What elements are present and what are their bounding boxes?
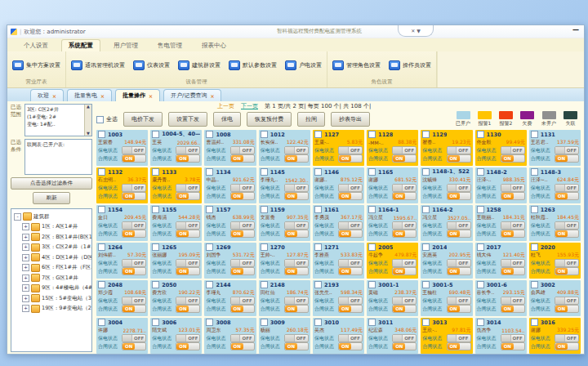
meter-checkbox[interactable] <box>206 319 213 326</box>
protect-toggle[interactable]: OFF <box>338 334 363 342</box>
meter-checkbox[interactable] <box>477 168 484 176</box>
switch-toggle[interactable]: ON <box>338 230 363 238</box>
pin-icon[interactable]: ✕ ▼ <box>411 28 421 33</box>
meter-card[interactable]: 1130 佟金毅 99.49元 保电状态 OFF 合闸状态 ON <box>475 130 527 166</box>
doc-tab[interactable]: 批量操作 × <box>115 89 160 101</box>
switch-toggle[interactable]: ON <box>501 305 525 313</box>
switch-toggle[interactable]: ON <box>338 192 363 200</box>
meter-card[interactable]: 3011 纪宏森 348.06元 保电状态 OFF 合闸状态 ON <box>367 318 418 354</box>
meter-card[interactable]: 1148-1、522 沈毓锋 330.41元 保电状态 OFF 合闸状态 ON <box>421 167 472 203</box>
meter-checkbox[interactable] <box>98 131 105 138</box>
tree-item[interactable]: + 3区：C区2#井（1#.. <box>22 243 91 253</box>
switch-toggle[interactable]: ON <box>447 305 471 313</box>
switch-toggle[interactable]: ON <box>501 154 525 163</box>
meter-card[interactable]: 3013 王欣-.. 97.81元 保电状态 OFF 合闸状态 ON <box>421 318 472 354</box>
meter-card[interactable]: 2005 牛起争 479.87元 保电状态 OFF 合闸状态 ON <box>367 243 418 279</box>
meter-card[interactable]: 3001-1 黄磁 238.37元 保电状态 OFF 合闸状态 ON <box>367 280 418 316</box>
protect-toggle[interactable]: OFF <box>230 297 255 305</box>
switch-toggle[interactable]: ON <box>555 230 579 238</box>
switch-toggle[interactable]: ON <box>501 342 525 350</box>
switch-toggle[interactable]: ON <box>284 192 309 200</box>
protect-toggle[interactable]: OFF <box>555 259 579 267</box>
meter-card[interactable]: 1164-1 冯立星 1595.67.. 保电状态 OFF 合闸状态 ON <box>367 205 418 241</box>
meter-card[interactable]: 2148 田红仙 186.74元 保电状态 OFF 合闸状态 ON <box>259 280 310 316</box>
protect-toggle[interactable]: OFF <box>501 334 525 342</box>
protect-toggle[interactable]: OFF <box>230 146 255 154</box>
protect-toggle[interactable]: OFF <box>501 221 525 230</box>
protect-toggle[interactable]: OFF <box>230 184 255 192</box>
meter-checkbox[interactable] <box>314 281 322 288</box>
protect-toggle[interactable]: OFF <box>338 184 363 192</box>
meter-card[interactable]: 1161 李勇茂 367.17元 保电状态 OFF 合闸状态 ON <box>313 205 364 241</box>
scroll-up-icon[interactable]: ▲ <box>87 105 90 109</box>
meter-card[interactable]: 3001-6 谷长争.. 293.15元 保电状态 OFF 合闸状态 ON <box>475 280 527 316</box>
meter-checkbox[interactable] <box>422 281 430 288</box>
meter-checkbox[interactable] <box>152 319 159 326</box>
filter-select-button[interactable]: 点击选择过滤条件 <box>11 177 92 190</box>
protect-toggle[interactable]: OFF <box>555 184 579 192</box>
switch-toggle[interactable]: ON <box>230 305 255 313</box>
expand-expander-icon[interactable]: + <box>22 295 29 302</box>
switch-toggle[interactable]: ON <box>501 192 525 200</box>
meter-card[interactable]: 1264 刘伟娇.. 57.30元 保电状态 OFF 合闸状态 ON <box>96 243 148 279</box>
switch-toggle[interactable]: ON <box>176 154 200 163</box>
tree-item[interactable]: + 19区：9#变电站（2.. <box>22 304 91 315</box>
meter-checkbox[interactable] <box>261 168 268 176</box>
switch-toggle[interactable]: ON <box>501 230 525 238</box>
expand-expander-icon[interactable]: + <box>22 264 29 271</box>
switch-toggle[interactable]: ON <box>284 342 309 350</box>
meter-card[interactable]: 1145 李瑾丸.. 1542.30.. 保电状态 OFF 合闸状态 ON <box>259 167 310 203</box>
meter-checkbox[interactable] <box>477 243 484 251</box>
meter-checkbox[interactable] <box>314 168 322 176</box>
meter-checkbox[interactable] <box>531 131 538 138</box>
meter-card[interactable]: 1127 王康-.. 5.83元 保电状态 OFF 合闸状态 ON <box>313 130 364 166</box>
meter-card[interactable]: 3009 杨丽 260.18元 保电状态 OFF 合闸状态 ON <box>259 318 310 354</box>
next-page-link[interactable]: 下一页 <box>241 102 258 110</box>
meter-card[interactable]: 2193 张先生.. 598.34元 保电状态 OFF 合闸状态 ON <box>313 280 364 316</box>
switch-toggle[interactable]: ON <box>284 305 309 313</box>
protect-toggle[interactable]: OFF <box>122 146 146 154</box>
switch-toggle[interactable]: ON <box>555 342 579 350</box>
switch-toggle[interactable]: ON <box>338 267 363 275</box>
meter-card[interactable]: 2020 桂飞 155.93元 保电状态 OFF 合闸状态 ON <box>529 243 581 279</box>
protect-toggle[interactable]: OFF <box>392 184 416 192</box>
meter-card[interactable]: 1004-5、40— 王英 2029.66.. 保电状态 OFF 合闸状态 ON <box>150 130 202 166</box>
expand-expander-icon[interactable]: + <box>22 243 29 251</box>
ribbon-button[interactable]: 操作员设置 <box>389 60 431 70</box>
toolbar-button[interactable]: 恢复预付费 <box>247 112 292 127</box>
protect-toggle[interactable]: OFF <box>230 221 255 230</box>
meter-checkbox[interactable] <box>368 243 376 251</box>
close-icon[interactable]: × <box>210 93 214 99</box>
meter-checkbox[interactable] <box>206 168 213 176</box>
ribbon-button[interactable]: 通讯管理机设置 <box>71 60 125 70</box>
meter-checkbox[interactable] <box>261 206 268 213</box>
meter-checkbox[interactable] <box>206 243 213 251</box>
protect-toggle[interactable]: OFF <box>284 221 309 230</box>
meter-checkbox[interactable] <box>152 206 159 213</box>
minimize-button[interactable]: — <box>572 26 579 33</box>
toolbar-button[interactable]: 设置下发 <box>168 112 207 127</box>
meter-checkbox[interactable] <box>98 281 105 288</box>
meter-checkbox[interactable] <box>422 168 430 176</box>
switch-toggle[interactable]: ON <box>447 230 471 238</box>
tree-item[interactable]: + 15区：5#变电站（3#.. <box>22 293 91 304</box>
meter-card[interactable]: 2017 钱大伟 121.40元 保电状态 OFF 合闸状态 ON <box>475 243 527 279</box>
nav-tab[interactable]: 个人设置 <box>17 40 55 51</box>
meter-card[interactable]: 2144 李瑾丸 870.62元 保电状态 OFF 合闸状态 ON <box>204 280 256 316</box>
meter-checkbox[interactable] <box>98 243 105 251</box>
protect-toggle[interactable]: OFF <box>392 221 416 230</box>
meter-checkbox[interactable] <box>314 206 322 213</box>
meter-card[interactable]: 2050 费方欣 190.22元 保电状态 OFF 合闸状态 ON <box>150 280 202 316</box>
meter-checkbox[interactable] <box>368 131 376 138</box>
expand-expander-icon[interactable]: + <box>22 274 29 282</box>
switch-toggle[interactable]: ON <box>392 267 416 275</box>
nav-tab[interactable]: 用户管理 <box>107 40 145 51</box>
meter-card[interactable]: 3016 谢娜 339.25元 保电状态 OFF 合闸状态 ON <box>529 318 581 354</box>
toolbar-button[interactable]: 电价下发 <box>123 112 163 127</box>
meter-card[interactable]: 1146 谢娜.. 875.12元 保电状态 OFF 合闸状态 ON <box>313 167 364 203</box>
meter-checkbox[interactable] <box>531 168 538 176</box>
meter-checkbox[interactable] <box>422 206 430 213</box>
meter-card[interactable]: 1003 王紫春 148.94元 保电状态 OFF 合闸状态 ON <box>96 130 148 166</box>
refresh-button[interactable]: 刷新 <box>33 192 70 204</box>
meter-checkbox[interactable] <box>368 168 376 176</box>
